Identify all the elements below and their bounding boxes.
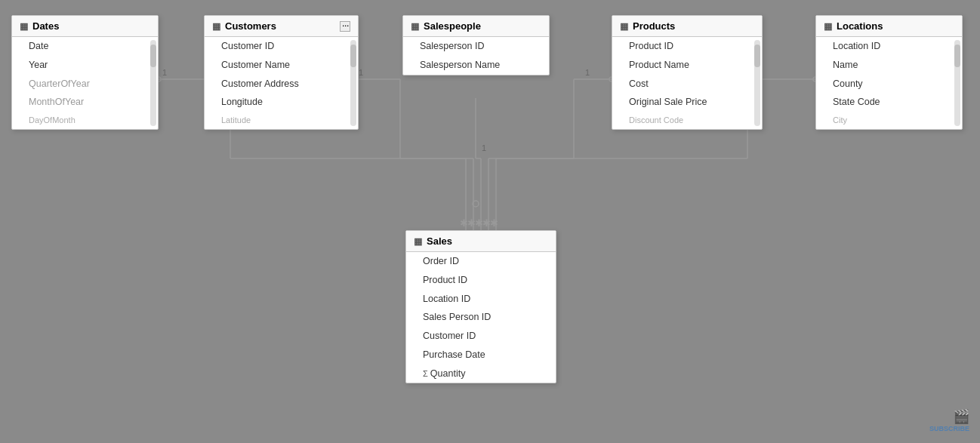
products-field-id: Product ID — [612, 37, 762, 56]
products-table-title: Products — [633, 20, 754, 32]
watermark: 🎬 SUBSCRIBE — [929, 408, 969, 432]
svg-text:✱: ✱ — [467, 217, 476, 229]
products-table-header: ▦ Products — [612, 16, 762, 37]
products-table-icon: ▦ — [620, 21, 628, 32]
customers-header-actions: ⋯ — [340, 21, 350, 32]
sales-field-sales-person-id: Sales Person ID — [406, 308, 556, 327]
products-field-name: Product Name — [612, 56, 762, 75]
customers-table-header: ▦ Customers ⋯ — [205, 16, 358, 37]
customers-field-id: Customer ID — [205, 37, 358, 56]
sales-field-location-id: Location ID — [406, 290, 556, 309]
salespeople-field-name: Salesperson Name — [403, 56, 549, 75]
salespeople-table-body: Salesperson ID Salesperson Name — [403, 37, 549, 75]
sales-field-product-id: Product ID — [406, 271, 556, 290]
locations-table: ▦ Locations Location ID Name County Stat… — [815, 15, 963, 130]
sales-table-header: ▦ Sales — [406, 231, 556, 252]
sales-field-order-id: Order ID — [406, 252, 556, 271]
watermark-icon: 🎬 — [929, 408, 969, 425]
svg-text:1: 1 — [162, 68, 167, 77]
products-table-body: Product ID Product Name Cost Original Sa… — [612, 37, 762, 129]
watermark-text: SUBSCRIBE — [929, 425, 969, 432]
dates-table-icon: ▦ — [20, 21, 28, 32]
products-table: ▦ Products Product ID Product Name Cost … — [612, 15, 763, 130]
dates-table-title: Dates — [32, 20, 150, 32]
svg-point-33 — [473, 201, 479, 207]
dates-table-body: Date Year QuarterOfYear MonthOfYear DayO… — [12, 37, 158, 129]
products-field-cost: Cost — [612, 75, 762, 94]
salespeople-table-header: ▦ Salespeople — [403, 16, 549, 37]
customers-table-title: Customers — [225, 20, 335, 32]
salespeople-table-title: Salespeople — [424, 20, 541, 32]
customers-action-btn[interactable]: ⋯ — [340, 21, 350, 32]
locations-field-county: County — [816, 75, 962, 94]
locations-table-body: Location ID Name County State Code City — [816, 37, 962, 129]
svg-text:1: 1 — [359, 68, 363, 77]
locations-scrollbar[interactable] — [954, 40, 960, 126]
sales-table-body: Order ID Product ID Location ID Sales Pe… — [406, 252, 556, 383]
sales-table-icon: ▦ — [414, 236, 422, 247]
locations-field-id: Location ID — [816, 37, 962, 56]
dates-field-year: Year — [12, 56, 158, 75]
products-field-discount-code: Discount Code — [612, 112, 762, 129]
customers-table: ▦ Customers ⋯ Customer ID Customer Name … — [204, 15, 359, 130]
dates-table-header: ▦ Dates — [12, 16, 158, 37]
locations-table-header: ▦ Locations — [816, 16, 962, 37]
locations-field-state-code: State Code — [816, 93, 962, 112]
customers-field-latitude: Latitude — [205, 112, 358, 129]
sales-table: ▦ Sales Order ID Product ID Location ID … — [405, 230, 556, 383]
locations-table-icon: ▦ — [824, 21, 832, 32]
products-field-original-sale-price: Original Sale Price — [612, 93, 762, 112]
sales-field-quantity: Quantity — [406, 365, 556, 383]
svg-text:✱: ✱ — [482, 217, 491, 229]
dates-field-dayofmonth: DayOfMonth — [12, 112, 158, 129]
sales-field-customer-id: Customer ID — [406, 327, 556, 346]
sales-field-purchase-date: Purchase Date — [406, 346, 556, 365]
svg-text:✱: ✱ — [460, 217, 468, 229]
dates-field-quarterofyear: QuarterOfYear — [12, 75, 158, 94]
products-scrollbar[interactable] — [754, 40, 760, 126]
locations-field-name: Name — [816, 56, 962, 75]
customers-table-body: Customer ID Customer Name Customer Addre… — [205, 37, 358, 129]
customers-field-name: Customer Name — [205, 56, 358, 75]
salespeople-table-icon: ▦ — [411, 21, 419, 32]
svg-text:1: 1 — [482, 143, 486, 152]
customers-field-address: Customer Address — [205, 75, 358, 94]
dates-field-date: Date — [12, 37, 158, 56]
dates-field-monthofyear: MonthOfYear — [12, 93, 158, 112]
salespeople-field-id: Salesperson ID — [403, 37, 549, 56]
customers-field-longitude: Longitude — [205, 93, 358, 112]
salespeople-table: ▦ Salespeople Salesperson ID Salesperson… — [402, 15, 550, 75]
customers-scrollbar[interactable] — [350, 40, 356, 126]
svg-text:1: 1 — [585, 68, 590, 77]
locations-field-city: City — [816, 112, 962, 129]
locations-table-title: Locations — [837, 20, 954, 32]
dates-scrollbar[interactable] — [150, 40, 156, 126]
sales-table-title: Sales — [427, 235, 548, 247]
dates-table: ▦ Dates Date Year QuarterOfYear MonthOfY… — [11, 15, 159, 130]
svg-text:✱: ✱ — [490, 217, 498, 229]
customers-table-icon: ▦ — [212, 21, 220, 32]
svg-text:✱: ✱ — [475, 217, 483, 229]
